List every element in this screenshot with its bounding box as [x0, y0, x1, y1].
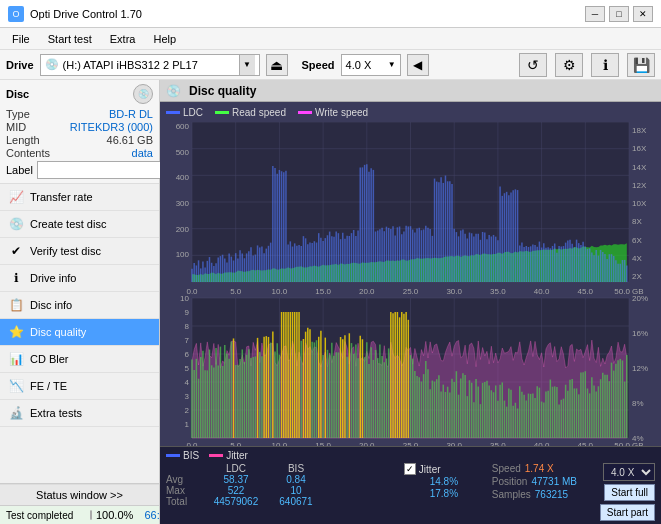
disc-quality-icon: ⭐	[8, 324, 24, 340]
svg-text:300: 300	[176, 199, 190, 208]
nav-cd-bler[interactable]: 📊 CD Bler	[0, 346, 159, 373]
nav-fe-te[interactable]: 📉 FE / TE	[0, 373, 159, 400]
disc-info-icon: 📋	[8, 297, 24, 313]
charts-panel: 💿 Disc quality LDC Read speed Write spee…	[160, 80, 661, 524]
disc-panel-title: Disc	[6, 88, 29, 100]
nav-disc-info[interactable]: 📋 Disc info	[0, 292, 159, 319]
svg-text:1: 1	[185, 420, 190, 429]
read-speed-label: Read speed	[232, 107, 286, 118]
app-title: Opti Drive Control 1.70	[30, 8, 142, 20]
close-button[interactable]: ✕	[633, 6, 653, 22]
top-legend: LDC Read speed Write speed	[160, 102, 661, 122]
avg-bis-value: 0.84	[266, 474, 326, 485]
svg-text:0.0: 0.0	[186, 441, 198, 446]
nav-extra-tests[interactable]: 🔬 Extra tests	[0, 400, 159, 427]
minimize-button[interactable]: ─	[585, 6, 605, 22]
save-button[interactable]: 💾	[627, 53, 655, 77]
svg-text:12%: 12%	[632, 364, 648, 373]
settings-button[interactable]: ⚙	[555, 53, 583, 77]
svg-text:20.0: 20.0	[359, 441, 375, 446]
svg-text:45.0: 45.0	[578, 287, 594, 296]
eject-button[interactable]: ⏏	[266, 54, 288, 76]
svg-text:10X: 10X	[632, 199, 647, 208]
write-speed-color	[298, 111, 312, 114]
write-speed-label: Write speed	[315, 107, 368, 118]
max-ldc-value: 522	[206, 485, 266, 496]
legend-write-speed: Write speed	[298, 107, 368, 118]
label-input[interactable]	[37, 161, 170, 179]
refresh-button[interactable]: ↺	[519, 53, 547, 77]
jitter-stats: ✓ Jitter 14.8% 17.8%	[404, 463, 484, 499]
drive-label: Drive	[6, 59, 34, 71]
verify-test-disc-icon: ✔	[8, 243, 24, 259]
legend-ldc: LDC	[166, 107, 203, 118]
type-value: BD-R DL	[109, 108, 153, 120]
jitter-color	[209, 454, 223, 457]
samples-label: Samples	[492, 489, 531, 500]
ldc-color	[166, 111, 180, 114]
disc-icon: 💿	[133, 84, 153, 104]
window-controls[interactable]: ─ □ ✕	[585, 6, 653, 22]
speed-prev-button[interactable]: ◀	[407, 54, 429, 76]
nav-transfer-rate[interactable]: 📈 Transfer rate	[0, 184, 159, 211]
menu-start-test[interactable]: Start test	[40, 31, 100, 47]
nav-transfer-rate-label: Transfer rate	[30, 191, 93, 203]
nav-verify-test-disc[interactable]: ✔ Verify test disc	[0, 238, 159, 265]
speed-stat-label: Speed	[492, 463, 521, 474]
avg-row-label: Avg	[166, 474, 206, 485]
bottom-legend: BIS Jitter	[166, 450, 655, 461]
menu-extra[interactable]: Extra	[102, 31, 144, 47]
label-label: Label	[6, 164, 33, 176]
position-stats: Speed 1.74 X Position 47731 MB Samples 7…	[492, 463, 592, 500]
start-part-button[interactable]: Start part	[600, 504, 655, 521]
status-window-button[interactable]: Status window >>	[0, 484, 159, 506]
drive-dropdown-arrow[interactable]: ▼	[239, 55, 255, 75]
jitter-checkbox[interactable]: ✓	[404, 463, 416, 475]
disc-panel: Disc 💿 Type BD-R DL MID RITEKDR3 (000) L…	[0, 80, 159, 184]
nav-disc-info-label: Disc info	[30, 299, 72, 311]
chart-svg: 60050040030020010018X16X14X12X10X8X6X4X2…	[160, 122, 661, 446]
speed-select[interactable]: 4.0 X	[603, 463, 655, 481]
nav-drive-info[interactable]: ℹ Drive info	[0, 265, 159, 292]
info-button[interactable]: ℹ	[591, 53, 619, 77]
svg-text:600: 600	[176, 122, 190, 131]
svg-text:100: 100	[176, 250, 190, 259]
position-label: Position	[492, 476, 528, 487]
ldc-col-header: LDC	[206, 463, 266, 474]
drive-selector[interactable]: 💿 (H:) ATAPI iHBS312 2 PL17 ▼	[40, 54, 260, 76]
stats-table: LDC BIS Avg 58.37 0.84 Max 522 10 Total …	[166, 463, 396, 507]
speed-selector[interactable]: 4.0 X ▼	[341, 54, 401, 76]
status-completed: Test completed 100.0% 66:27	[0, 506, 159, 524]
svg-text:15.0: 15.0	[315, 287, 331, 296]
nav-disc-quality[interactable]: ⭐ Disc quality	[0, 319, 159, 346]
menu-help[interactable]: Help	[145, 31, 184, 47]
speed-dropdown-arrow[interactable]: ▼	[388, 60, 396, 69]
svg-text:25.0: 25.0	[403, 287, 419, 296]
svg-text:25.0: 25.0	[403, 441, 419, 446]
titlebar-left: O Opti Drive Control 1.70	[8, 6, 142, 22]
nav-drive-info-label: Drive info	[30, 272, 76, 284]
svg-text:16X: 16X	[632, 144, 647, 153]
svg-text:14X: 14X	[632, 163, 647, 172]
svg-text:5.0: 5.0	[230, 441, 242, 446]
start-full-button[interactable]: Start full	[604, 484, 655, 501]
samples-row: Samples 763215	[492, 489, 592, 500]
read-speed-color	[215, 111, 229, 114]
svg-text:16%: 16%	[632, 329, 648, 338]
maximize-button[interactable]: □	[609, 6, 629, 22]
nav-create-test-disc[interactable]: 💿 Create test disc	[0, 211, 159, 238]
mid-label: MID	[6, 121, 26, 133]
main-content: Disc 💿 Type BD-R DL MID RITEKDR3 (000) L…	[0, 80, 661, 524]
legend-bis: BIS	[166, 450, 199, 461]
transfer-rate-icon: 📈	[8, 189, 24, 205]
contents-label: Contents	[6, 147, 50, 159]
menu-file[interactable]: File	[4, 31, 38, 47]
svg-text:10: 10	[180, 294, 189, 303]
svg-text:200: 200	[176, 225, 190, 234]
avg-jitter-value: 14.8%	[404, 476, 484, 487]
svg-text:10.0: 10.0	[272, 441, 288, 446]
type-label: Type	[6, 108, 30, 120]
svg-text:35.0: 35.0	[490, 441, 506, 446]
svg-text:2X: 2X	[632, 272, 642, 281]
svg-text:10.0: 10.0	[272, 287, 288, 296]
